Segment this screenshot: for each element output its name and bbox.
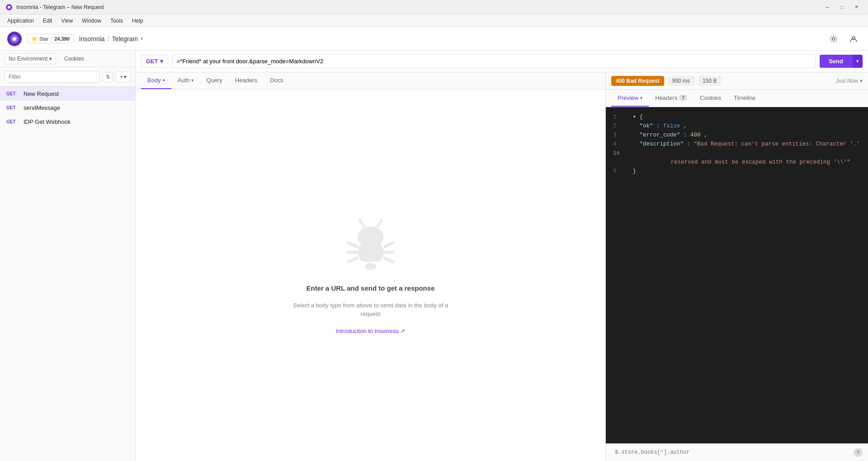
json-line-5: 5 } — [613, 167, 861, 176]
tab-body[interactable]: Body ▾ — [141, 72, 171, 89]
response-footer: ? — [606, 443, 868, 461]
environment-dropdown-icon: ▾ — [49, 56, 52, 62]
response-tab-cookies[interactable]: Cookies — [693, 90, 727, 107]
intro-link[interactable]: Introduction to Insomnia ↗ — [336, 328, 406, 334]
split-pane: Body ▾ Auth ▾ Query Headers Docs — [136, 72, 868, 461]
request-item-new-request[interactable]: GET New Request — [0, 87, 135, 101]
request-name: sendMessage — [24, 104, 60, 111]
star-label: Star — [39, 36, 48, 42]
close-button[interactable]: ✕ — [850, 3, 863, 12]
header-actions — [826, 32, 861, 46]
breadcrumb-current[interactable]: Telegram — [112, 35, 138, 42]
tab-docs[interactable]: Docs — [264, 72, 290, 89]
tab-auth-label: Auth — [178, 77, 190, 84]
tab-query-label: Query — [206, 77, 222, 84]
timestamp-label: Just Now — [836, 78, 858, 84]
empty-state-title: Enter a URL and send to get a response — [307, 284, 435, 292]
jq-help-button[interactable]: ? — [854, 448, 863, 457]
response-timestamp: Just Now ▾ — [836, 78, 863, 84]
star-count: 24,390 — [51, 36, 70, 42]
send-button-group: Send ▾ — [820, 55, 863, 68]
settings-button[interactable] — [826, 32, 841, 46]
tab-headers[interactable]: Headers — [229, 72, 264, 89]
method-select[interactable]: GET ▾ — [141, 55, 168, 68]
intro-link-label: Introduction to Insomnia — [336, 328, 399, 334]
timestamp-dropdown-icon[interactable]: ▾ — [860, 78, 863, 84]
tab-timeline-label: Timeline — [734, 94, 756, 101]
request-body-empty: Enter a URL and send to get a response S… — [136, 89, 605, 461]
menu-application[interactable]: Application — [4, 17, 38, 25]
app-icon — [5, 4, 13, 11]
json-line-1: 1 ▾ { — [613, 113, 861, 122]
breadcrumb-root[interactable]: Insomnia — [79, 35, 105, 42]
tab-headers-label: Headers — [655, 94, 677, 101]
preview-tab-arrow: ▾ — [640, 95, 642, 100]
empty-state-subtitle: Select a body type from above to send da… — [293, 301, 448, 319]
menu-tools[interactable]: Tools — [107, 17, 127, 25]
tab-cookies-label: Cookies — [700, 94, 721, 101]
svg-line-11 — [347, 258, 358, 262]
svg-point-8 — [365, 263, 377, 270]
breadcrumb-dropdown-icon[interactable]: ▾ — [141, 36, 143, 41]
request-item-sendmessage[interactable]: GET sendMessage — [0, 101, 135, 115]
sidebar-toolbar: ⇅ + ▾ — [0, 67, 135, 87]
add-request-button[interactable]: + ▾ — [116, 71, 131, 82]
environment-dropdown[interactable]: No Environment ▾ — [5, 53, 56, 64]
filter-input[interactable] — [5, 71, 100, 83]
response-tab-timeline[interactable]: Timeline — [727, 90, 762, 107]
svg-point-18 — [379, 219, 383, 222]
svg-line-14 — [383, 258, 394, 262]
app-logo — [7, 32, 22, 46]
breadcrumb: Insomnia / Telegram ▾ — [79, 35, 143, 42]
method-label: GET — [146, 58, 158, 65]
sort-button[interactable]: ⇅ — [103, 72, 113, 82]
add-icon: ▾ — [124, 74, 127, 80]
request-name: New Request — [24, 90, 59, 97]
maximize-button[interactable]: □ — [835, 3, 848, 12]
cookies-button[interactable]: Cookies — [60, 54, 88, 64]
response-body: 1 ▾ { 2 "ok" : false , 3 "error_code" : — [606, 107, 868, 443]
send-button[interactable]: Send — [820, 55, 852, 68]
send-dropdown-button[interactable]: ▾ — [852, 55, 863, 68]
menu-view[interactable]: View — [57, 17, 76, 25]
window-controls: ─ □ ✕ — [821, 3, 863, 12]
response-tab-preview[interactable]: Preview ▾ — [611, 90, 649, 107]
external-link-icon: ↗ — [400, 328, 405, 334]
request-panel: Body ▾ Auth ▾ Query Headers Docs — [136, 72, 606, 461]
menu-edit[interactable]: Edit — [39, 17, 56, 25]
method-badge: GET — [6, 105, 20, 110]
sidebar: No Environment ▾ Cookies ⇅ + ▾ GET New R… — [0, 51, 136, 461]
response-size-badge: 150 B — [698, 76, 721, 86]
tab-docs-label: Docs — [270, 77, 283, 84]
github-star-button[interactable]: ⭐ Star 24,390 — [27, 34, 74, 43]
menu-help[interactable]: Help — [128, 17, 147, 25]
minimize-button[interactable]: ─ — [821, 3, 834, 12]
environment-label: No Environment — [9, 56, 47, 62]
header: ⭐ Star 24,390 Insomnia / Telegram ▾ — [0, 27, 868, 51]
svg-point-17 — [358, 219, 362, 222]
jq-filter-input[interactable] — [611, 447, 854, 457]
method-dropdown-icon: ▾ — [160, 58, 163, 65]
account-button[interactable] — [846, 32, 861, 46]
tab-query[interactable]: Query — [200, 72, 228, 89]
request-item-idp-webhook[interactable]: GET IDP Get Webhook — [0, 115, 135, 129]
content-area: GET ▾ Send ▾ Body ▾ Auth ▾ — [136, 51, 868, 461]
url-input[interactable] — [172, 54, 816, 68]
environment-bar: No Environment ▾ Cookies — [0, 51, 135, 67]
svg-point-1 — [8, 6, 10, 9]
request-bar: GET ▾ Send ▾ — [136, 51, 868, 72]
menu-window[interactable]: Window — [78, 17, 105, 25]
sort-icon: ⇅ — [106, 74, 110, 80]
bug-icon — [341, 216, 400, 275]
json-line-4: 4 "description" : "Bad Request: can't pa… — [613, 140, 861, 167]
tab-auth[interactable]: Auth ▾ — [171, 72, 200, 89]
tab-body-label: Body — [147, 77, 161, 84]
breadcrumb-separator: / — [108, 35, 109, 42]
response-status-bar: 400 Bad Request 950 ms 150 B Just Now ▾ — [606, 72, 868, 90]
method-badge: GET — [6, 119, 20, 124]
svg-point-4 — [832, 38, 835, 40]
response-tab-headers[interactable]: Headers 7 — [649, 90, 693, 107]
star-icon: ⭐ — [31, 36, 38, 42]
svg-point-3 — [13, 37, 16, 41]
response-time-badge: 950 ms — [668, 76, 694, 86]
